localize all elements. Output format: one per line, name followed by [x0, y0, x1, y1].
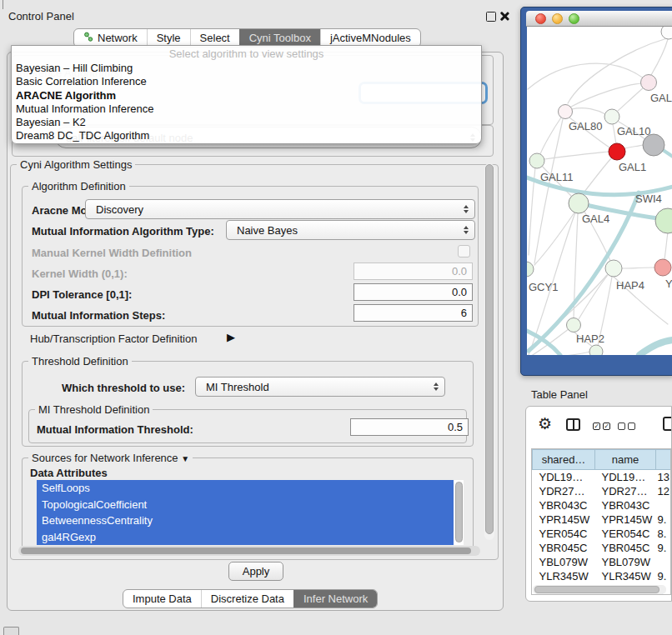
network-edge: [651, 39, 668, 75]
attribute-item-betweennesscentrality[interactable]: BetweennessCentrality: [37, 512, 454, 529]
node-label-gal11: GAL11: [540, 171, 574, 183]
tab-style[interactable]: Style: [147, 29, 190, 47]
network-node-gal11[interactable]: [529, 153, 544, 168]
mi-steps-input[interactable]: 6: [354, 304, 473, 322]
tab-jactivemnodules[interactable]: jActiveMNodules: [320, 29, 420, 47]
minimize-traffic-light[interactable]: [552, 13, 563, 24]
network-edge: [664, 232, 668, 259]
algorithm-option-dream8-dc-tdc-algorithm[interactable]: Dream8 DC_TDC Algorithm: [12, 129, 481, 142]
node-label-gal1: GAL1: [619, 161, 646, 173]
table-row[interactable]: YDL19…YDL19…13: [533, 470, 672, 485]
table-cell: YDL19…: [595, 470, 656, 485]
select-all-checkboxes-icon[interactable]: ✓✓: [593, 422, 610, 430]
mi-threshold-title: MI Threshold Definition: [35, 403, 153, 416]
table-row[interactable]: YLR345WYLR345W9.: [533, 569, 672, 583]
close-icon[interactable]: [499, 11, 510, 22]
network-edge: [618, 88, 644, 111]
tab-jactivemnodules-label: jActiveMNodules: [330, 29, 411, 47]
tab-discretize-data-label: Discretize Data: [211, 590, 284, 608]
table-panel-title: Table Panel: [531, 388, 588, 401]
network-edge: [534, 212, 574, 265]
dpi-tolerance-input[interactable]: 0.0: [354, 283, 473, 301]
split-columns-icon[interactable]: [566, 418, 580, 431]
tab-discretize-data[interactable]: Discretize Data: [201, 590, 293, 608]
algorithm-option-mutual-information-inference[interactable]: Mutual Information Inference: [12, 102, 481, 116]
tab-select-label: Select: [200, 29, 230, 47]
table-cell: YER054C: [533, 527, 595, 541]
algorithm-option-aracne-algorithm[interactable]: ARACNE Algorithm: [12, 89, 481, 102]
column-header-shared[interactable]: shared…: [533, 450, 595, 470]
float-window-icon[interactable]: [486, 12, 496, 22]
aracne-mode-combo[interactable]: Discovery: [85, 199, 475, 219]
algorithm-option-bayesian-k2[interactable]: Bayesian – K2: [12, 116, 481, 129]
network-edge: [622, 268, 655, 268]
apply-button[interactable]: Apply: [228, 562, 283, 581]
network-node-swi4[interactable]: [655, 208, 672, 233]
network-edge-highlighted: [639, 340, 672, 355]
tab-cyni-toolbox[interactable]: Cyni Toolbox: [239, 29, 320, 47]
expand-arrow-icon[interactable]: ▶: [227, 331, 235, 343]
table-row[interactable]: YDR27…YDR27…12: [533, 484, 672, 498]
node-label-gal: GAL: [650, 92, 672, 104]
threshold-definition-title: Threshold Definition: [28, 355, 132, 368]
network-node-hap4[interactable]: [605, 260, 622, 277]
attributes-scrollbar-thumb[interactable]: [455, 482, 463, 542]
sources-title[interactable]: Sources for Network Inference ▼: [28, 452, 193, 464]
mi-type-label: Mutual Information Algorithm Type:: [32, 225, 214, 238]
tab-network[interactable]: Network: [74, 29, 147, 47]
network-node-gal1[interactable]: [609, 143, 625, 160]
network-node-hap2[interactable]: [567, 318, 581, 332]
table-row[interactable]: YBR045CYBR045C9.: [533, 541, 672, 555]
table-cell: 13: [656, 470, 672, 485]
deselect-all-checkboxes-icon[interactable]: [618, 422, 635, 430]
column-header-clipped[interactable]: [656, 450, 672, 470]
network-window-titlebar[interactable]: [526, 11, 672, 27]
network-edge: [540, 118, 561, 154]
attribute-item-selfloops[interactable]: SelfLoops: [37, 480, 454, 497]
network-node-gal[interactable]: [641, 75, 657, 91]
manual-kernel-checkbox[interactable]: [458, 245, 470, 258]
settings-scrollbar-thumb[interactable]: [485, 164, 494, 534]
network-node[interactable]: [589, 345, 603, 355]
table-row[interactable]: YER054CYER054C8.: [533, 527, 672, 541]
tab-select[interactable]: Select: [190, 29, 239, 47]
attribute-item-gal4rgexp[interactable]: gal4RGexp: [37, 529, 454, 546]
network-node-gal4[interactable]: [569, 193, 589, 213]
network-node-gal10[interactable]: [604, 109, 619, 124]
node-label-gal80: GAL80: [569, 120, 602, 132]
algorithm-option-bayesian-hill-climbing[interactable]: Bayesian – Hill Climbing: [12, 62, 481, 75]
network-node-y[interactable]: [654, 259, 671, 276]
tab-infer-network[interactable]: Infer Network: [293, 590, 377, 608]
close-traffic-light[interactable]: [535, 13, 546, 24]
hub-definition-label[interactable]: Hub/Transcription Factor Definition: [30, 332, 197, 345]
kernel-width-input[interactable]: 0.0: [354, 262, 473, 280]
tab-impute-data[interactable]: Impute Data: [123, 590, 201, 608]
table-cell: YBR043C: [533, 498, 595, 512]
column-header-name[interactable]: name: [595, 450, 656, 470]
table-row[interactable]: YBR043CYBR043C: [533, 498, 672, 512]
attribute-item-topologicalcoefficient[interactable]: TopologicalCoefficient: [37, 497, 454, 513]
table-cell: 9.: [656, 569, 672, 583]
network-node[interactable]: [661, 27, 672, 39]
node-label-hap2: HAP2: [576, 332, 604, 345]
table-row[interactable]: YPR145WYPR145W9.: [533, 512, 672, 527]
table-hscrollbar-thumb[interactable]: [534, 586, 659, 593]
zoom-traffic-light[interactable]: [569, 13, 579, 24]
network-edge: [572, 108, 605, 114]
bottom-left-partial-icon[interactable]: [3, 627, 19, 635]
tab-impute-data-label: Impute Data: [133, 590, 192, 608]
network-node-gal80[interactable]: [559, 105, 573, 119]
network-edge: [579, 275, 608, 319]
settings-hscrollbar-thumb[interactable]: [21, 548, 471, 554]
mi-type-combo[interactable]: Naive Bayes: [226, 220, 475, 240]
table-row[interactable]: YBL079WYBL079W: [533, 555, 672, 569]
algorithm-option-basic-correlation-inference[interactable]: Basic Correlation Inference: [12, 75, 481, 88]
table-cell: YDL19…: [533, 470, 595, 485]
mi-threshold-input[interactable]: 0.5: [350, 418, 469, 436]
tab-infer-network-label: Infer Network: [303, 590, 368, 608]
network-canvas[interactable]: GALGAL80GAL10GAL1GAL11GAL4SWI4GCY1HAP4YH…: [527, 27, 672, 355]
partial-toolbar-icon[interactable]: [663, 417, 672, 431]
settings-gear-icon[interactable]: ⚙: [538, 416, 552, 432]
network-node-gcy1[interactable]: [527, 262, 534, 277]
which-threshold-combo[interactable]: MI Threshold: [195, 377, 445, 397]
